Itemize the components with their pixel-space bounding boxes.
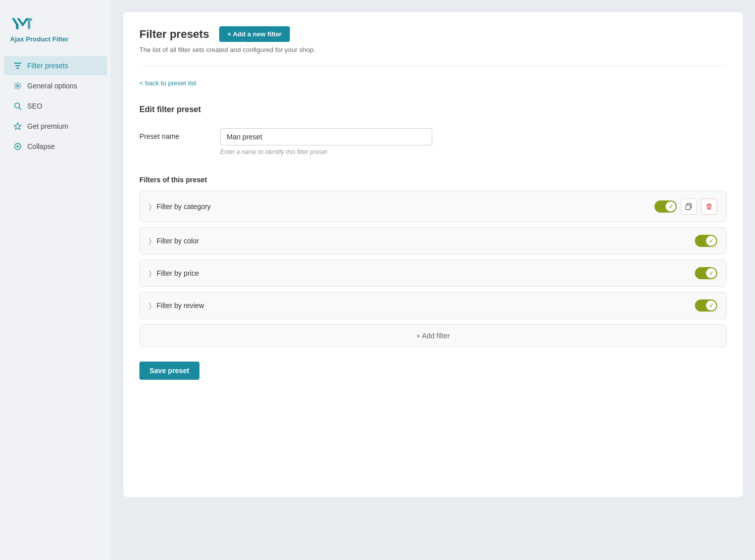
filters-section-title: Filters of this preset bbox=[139, 176, 727, 184]
page-title: Filter presets bbox=[139, 28, 209, 41]
sidebar-item-general-options[interactable]: General options bbox=[4, 76, 107, 95]
sidebar-label-get-premium: Get premium bbox=[27, 122, 68, 130]
page-subtitle: The list of all filter sets created and … bbox=[139, 46, 727, 54]
filter-row-review: 〉 Filter by review ✓ bbox=[139, 292, 727, 319]
filter-presets-icon bbox=[13, 61, 22, 70]
chevron-icon-price[interactable]: 〉 bbox=[149, 269, 152, 278]
filter-name-color: Filter by color bbox=[157, 237, 199, 245]
toggle-color[interactable]: ✓ bbox=[695, 235, 717, 247]
toggle-price[interactable]: ✓ bbox=[695, 267, 717, 279]
sidebar-item-collapse[interactable]: Collapse bbox=[4, 137, 107, 156]
sidebar: Ajax Product Filter Filter presets Ge bbox=[0, 0, 111, 560]
sidebar-item-get-premium[interactable]: Get premium bbox=[4, 117, 107, 136]
edit-section-title: Edit filter preset bbox=[139, 105, 727, 114]
general-options-icon bbox=[13, 81, 22, 90]
filter-left-category: 〉 Filter by category bbox=[149, 202, 211, 211]
svg-rect-8 bbox=[686, 205, 690, 210]
toggle-knob-price: ✓ bbox=[706, 268, 716, 278]
filter-right-price: ✓ bbox=[695, 267, 717, 279]
filter-right-review: ✓ bbox=[695, 299, 717, 312]
add-new-filter-button[interactable]: + Add a new filter bbox=[219, 26, 290, 42]
collapse-icon bbox=[13, 142, 22, 151]
filters-section: Filters of this preset 〉 Filter by categ… bbox=[139, 176, 727, 347]
delete-button-category[interactable] bbox=[701, 198, 717, 215]
sidebar-label-seo: SEO bbox=[27, 102, 42, 110]
filter-right-color: ✓ bbox=[695, 235, 717, 247]
duplicate-button-category[interactable] bbox=[681, 198, 697, 215]
filter-left-price: 〉 Filter by price bbox=[149, 269, 199, 278]
sidebar-nav: Filter presets General options SEO bbox=[0, 56, 111, 156]
preset-name-hint: Enter a name to identify this filter pre… bbox=[220, 148, 727, 156]
sidebar-label-general-options: General options bbox=[27, 82, 77, 90]
add-filter-row[interactable]: + Add filter bbox=[139, 324, 727, 347]
get-premium-icon bbox=[13, 122, 22, 131]
back-to-preset-list-link[interactable]: < back to preset list bbox=[139, 79, 196, 87]
content-card: Filter presets + Add a new filter The li… bbox=[123, 12, 743, 497]
filter-left-color: 〉 Filter by color bbox=[149, 237, 199, 245]
chevron-icon-color[interactable]: 〉 bbox=[149, 237, 152, 245]
svg-rect-0 bbox=[14, 63, 21, 64]
filter-name-category: Filter by category bbox=[157, 202, 211, 211]
page-header: Filter presets + Add a new filter bbox=[139, 26, 727, 42]
svg-marker-5 bbox=[14, 123, 21, 130]
logo-area: Ajax Product Filter bbox=[0, 10, 111, 46]
main-content: Filter presets + Add a new filter The li… bbox=[111, 0, 755, 560]
sidebar-label-filter-presets: Filter presets bbox=[27, 62, 68, 70]
filter-name-review: Filter by review bbox=[157, 301, 204, 310]
toggle-knob-review: ✓ bbox=[706, 300, 716, 311]
toggle-review[interactable]: ✓ bbox=[695, 299, 717, 312]
filter-row-price: 〉 Filter by price ✓ bbox=[139, 260, 727, 287]
yith-logo bbox=[10, 15, 101, 33]
filter-row-color: 〉 Filter by color ✓ bbox=[139, 227, 727, 254]
header-divider bbox=[139, 66, 727, 66]
save-preset-button[interactable]: Save preset bbox=[139, 362, 199, 380]
plugin-name: Ajax Product Filter bbox=[10, 35, 101, 43]
toggle-category[interactable]: ✓ bbox=[655, 200, 677, 213]
preset-name-field-row: Preset name Enter a name to identify thi… bbox=[139, 128, 727, 156]
svg-point-3 bbox=[17, 85, 19, 87]
filter-row-category: 〉 Filter by category ✓ bbox=[139, 191, 727, 222]
svg-rect-1 bbox=[15, 65, 20, 66]
toggle-knob-color: ✓ bbox=[706, 236, 716, 246]
filter-name-price: Filter by price bbox=[157, 269, 199, 277]
toggle-knob-category: ✓ bbox=[666, 201, 676, 212]
seo-icon bbox=[13, 101, 22, 111]
filter-right-category: ✓ bbox=[655, 198, 717, 215]
chevron-icon-review[interactable]: 〉 bbox=[149, 301, 152, 310]
preset-name-label: Preset name bbox=[139, 128, 210, 140]
preset-name-input-wrap: Enter a name to identify this filter pre… bbox=[220, 128, 727, 156]
sidebar-label-collapse: Collapse bbox=[27, 142, 55, 150]
chevron-icon-category[interactable]: 〉 bbox=[149, 202, 152, 211]
sidebar-item-seo[interactable]: SEO bbox=[4, 96, 107, 116]
svg-rect-2 bbox=[16, 68, 19, 69]
preset-name-input[interactable] bbox=[220, 128, 432, 145]
filter-left-review: 〉 Filter by review bbox=[149, 301, 204, 310]
sidebar-item-filter-presets[interactable]: Filter presets bbox=[4, 56, 107, 75]
